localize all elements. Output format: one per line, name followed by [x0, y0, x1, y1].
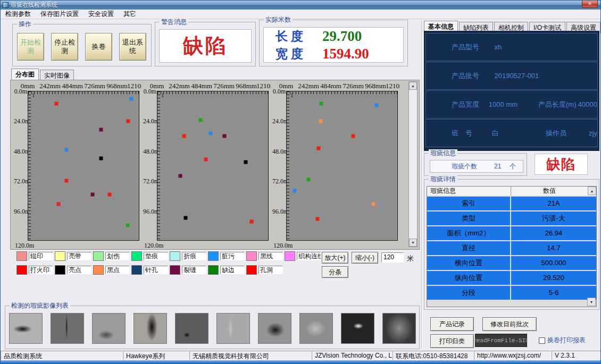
defect-point[interactable]	[178, 174, 182, 177]
scatter-plot-1: 0mm242mm484mm726mm968mm1210mm0.0m24.0m48…	[14, 81, 141, 249]
defect-point[interactable]	[372, 202, 375, 206]
defect-point[interactable]	[130, 97, 133, 101]
status-segment-4: JZVision Technology Co., Ltd.	[312, 351, 393, 360]
defect-thumbnail-5[interactable]	[175, 313, 208, 344]
y-axis-tick-label: 120.0m	[273, 242, 293, 249]
panel-divider	[421, 20, 422, 349]
defect-point[interactable]	[198, 118, 202, 122]
defect-point[interactable]	[320, 102, 323, 106]
legend-swatch	[131, 265, 142, 275]
defect-point[interactable]	[99, 128, 103, 132]
change-roll-button[interactable]: 换卷	[85, 33, 112, 61]
defect-thumbnail-10[interactable]	[382, 313, 416, 344]
legend-item-折痕: 折痕	[170, 251, 208, 261]
defect-thumbnail-7[interactable]	[258, 313, 291, 344]
plot-area: 1	[28, 91, 139, 241]
y-axis-tick-label: 120.0m	[144, 242, 163, 249]
legend-swatch	[170, 251, 180, 261]
defect-thumbnail-4[interactable]	[133, 313, 167, 344]
scroll-down-icon[interactable]: ▼	[409, 239, 417, 247]
menu-item-保存图片设置[interactable]: 保存图片设置	[36, 9, 84, 19]
defect-point[interactable]	[127, 120, 130, 123]
plot-scrollbar[interactable]: ▲▼	[408, 81, 418, 247]
meter-range-input[interactable]: 120	[381, 252, 404, 263]
split-strip-button[interactable]: 分条	[322, 266, 348, 278]
legend-swatch	[170, 265, 180, 275]
scroll-up-icon[interactable]: ▲	[409, 82, 417, 90]
warning-group-title: 警告消息	[160, 18, 188, 26]
menu-item-安全设置[interactable]: 安全设置	[84, 9, 119, 19]
product-record-button[interactable]: 产品记录	[430, 317, 474, 331]
table-row[interactable]: 横向位置500.000	[427, 255, 596, 270]
table-scroll-down-icon[interactable]: ▼	[587, 298, 596, 306]
defect-point[interactable]	[184, 216, 188, 220]
field-label: 产品长度(m)	[538, 100, 578, 109]
defect-point[interactable]	[223, 134, 227, 138]
table-scroll-up-icon[interactable]: ▲	[588, 187, 596, 195]
scatter-plot-2: 0mm242mm484mm726mm968mm1210mm0.0m24.0m48…	[143, 81, 271, 249]
x-axis-tick-label: 968mm	[363, 82, 388, 90]
legend-label: 针孔	[144, 266, 168, 274]
table-row[interactable]: 面积（mm2）26.94	[427, 225, 596, 240]
legend-swatch	[208, 251, 219, 261]
defect-point[interactable]	[208, 132, 212, 136]
menu-item-检测参数[interactable]: 检测参数	[1, 9, 36, 19]
defect-thumbnail-9[interactable]	[341, 313, 374, 344]
defect-point[interactable]	[351, 134, 355, 138]
table-row[interactable]: 索引21A	[427, 196, 596, 210]
defect-point[interactable]	[56, 202, 60, 206]
defect-point[interactable]	[65, 148, 69, 151]
table-row[interactable]: 类型污渍-大	[427, 210, 596, 225]
length-label: 长度	[276, 28, 322, 45]
defect-point[interactable]	[107, 192, 111, 196]
y-axis-tick-label: 0.0m	[272, 88, 286, 96]
print-report-checkbox[interactable]	[539, 337, 545, 344]
defect-point[interactable]	[99, 157, 103, 160]
modify-batch-button[interactable]: 修改目前批次	[482, 317, 537, 331]
defect-point[interactable]	[316, 217, 320, 221]
zoom-out-button[interactable]: 缩小(-)	[352, 252, 378, 264]
legend-label: 折痕	[182, 252, 206, 260]
defect-point[interactable]	[204, 158, 208, 162]
defect-thumbnail-2[interactable]	[51, 313, 84, 344]
legend-item-针孔: 针孔	[131, 265, 170, 275]
close-icon[interactable]	[582, 1, 598, 8]
menu-item-其它[interactable]: 其它	[119, 9, 141, 19]
zoom-in-button[interactable]: 放大(+)	[322, 252, 348, 264]
x-axis-tick-label: 484mm	[318, 82, 344, 90]
table-row[interactable]: 分段5-6	[427, 285, 596, 300]
y-axis-tick-label: 120.0m	[15, 242, 34, 249]
table-row[interactable]: 纵向位置29.520	[427, 270, 596, 285]
exit-system-button[interactable]: 退出系统	[119, 33, 146, 61]
defect-point[interactable]	[250, 220, 254, 224]
stop-detect-button[interactable]: 停止检测	[51, 33, 78, 61]
defect-point[interactable]	[244, 160, 247, 164]
read-from-file-sim-button[interactable]: ReadFromFile-SIM	[475, 334, 527, 347]
start-detect-button[interactable]: 开始检测	[17, 33, 44, 61]
defect-point[interactable]	[91, 192, 95, 196]
defect-point[interactable]	[126, 224, 130, 227]
defect-point[interactable]	[319, 120, 323, 123]
legend-swatch	[93, 265, 104, 275]
cell-field-value: 污渍-大	[511, 211, 596, 225]
defect-point[interactable]	[307, 177, 311, 181]
defect-point[interactable]	[182, 134, 186, 138]
defect-thumbnail-3[interactable]	[92, 313, 126, 344]
legend-label: 亮点	[67, 266, 91, 274]
defect-point[interactable]	[293, 189, 296, 192]
print-classify-button[interactable]: 打印归类	[430, 334, 474, 348]
defect-point[interactable]	[375, 103, 379, 107]
defect-thumbnail-6[interactable]	[216, 313, 250, 344]
defect-point[interactable]	[317, 147, 321, 150]
defect-thumbnail-1[interactable]	[9, 313, 43, 344]
defect-thumbnail-8[interactable]	[299, 313, 333, 344]
print-report-checkbox-row: 换卷打印报表	[539, 336, 586, 345]
defect-detail-table: 瑕疵信息 数值 ▲ 索引21A类型污渍-大面积（mm2）26.94直径14.7横…	[427, 186, 597, 307]
plot-row-label: 1	[290, 92, 294, 98]
table-row[interactable]: 直径14.7	[427, 240, 596, 255]
defect-point[interactable]	[65, 179, 69, 183]
legend-item-垫痕: 垫痕	[131, 251, 170, 261]
print-report-checkbox-label: 换卷打印报表	[547, 336, 586, 345]
defect-point[interactable]	[55, 102, 59, 106]
cell-field-value: 29.520	[511, 271, 596, 285]
